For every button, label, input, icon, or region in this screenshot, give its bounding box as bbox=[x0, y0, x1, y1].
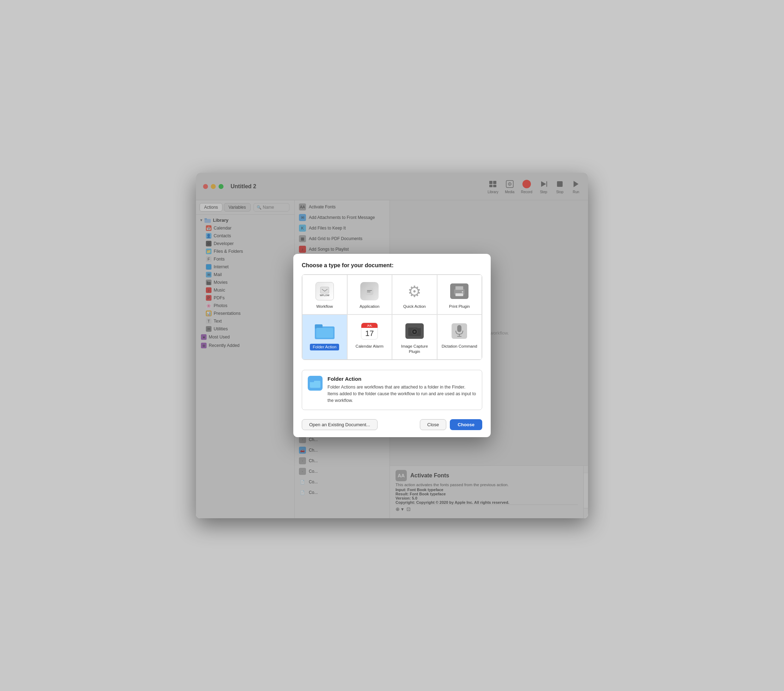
document-type-modal: Choose a type for your document: WFLOW bbox=[293, 254, 491, 437]
modal-item-image-capture[interactable]: Image Capture Plugin bbox=[392, 315, 437, 360]
modal-desc-text: Folder Actions are workflows that are at… bbox=[328, 384, 476, 404]
quick-action-label: Quick Action bbox=[403, 304, 426, 309]
modal-desc-title: Folder Action bbox=[328, 376, 476, 382]
calendar-alarm-label: Calendar Alarm bbox=[356, 344, 384, 349]
dictation-command-label: Dictation Command bbox=[442, 344, 477, 349]
print-plugin-label: Print Plugin bbox=[449, 304, 470, 309]
svg-rect-13 bbox=[320, 287, 329, 294]
open-existing-button[interactable]: Open an Existing Document... bbox=[302, 419, 377, 430]
application-type-icon bbox=[359, 281, 379, 301]
svg-point-27 bbox=[413, 331, 416, 333]
modal-type-grid: WFLOW Workflow bbox=[302, 274, 482, 360]
print-plugin-type-icon bbox=[450, 281, 469, 301]
svg-rect-16 bbox=[367, 292, 371, 292]
modal-footer: Open an Existing Document... Close Choos… bbox=[293, 414, 491, 437]
image-capture-label: Image Capture Plugin bbox=[396, 344, 433, 354]
main-window: Untitled 2 Library bbox=[196, 173, 588, 518]
svg-rect-29 bbox=[457, 325, 461, 332]
workflow-label: Workflow bbox=[316, 304, 333, 309]
application-label: Application bbox=[359, 304, 379, 309]
modal-top: Choose a type for your document: WFLOW bbox=[293, 254, 491, 366]
choose-button[interactable]: Choose bbox=[450, 419, 482, 430]
workflow-type-icon: WFLOW bbox=[315, 281, 334, 301]
svg-rect-28 bbox=[417, 326, 420, 328]
modal-description-box: Folder Action Folder Actions are workflo… bbox=[302, 370, 482, 410]
modal-item-calendar-alarm[interactable]: JUL 17 Calendar Alarm bbox=[347, 315, 392, 360]
modal-title: Choose a type for your document: bbox=[302, 262, 482, 269]
modal-item-application[interactable]: Application bbox=[347, 275, 392, 315]
svg-point-20 bbox=[462, 291, 463, 293]
modal-action-buttons: Close Choose bbox=[420, 419, 482, 430]
svg-rect-33 bbox=[310, 379, 314, 382]
modal-item-folder-action[interactable]: Folder Action bbox=[302, 315, 347, 360]
folder-action-desc-icon bbox=[308, 376, 323, 391]
close-modal-button[interactable]: Close bbox=[420, 419, 446, 430]
modal-item-workflow[interactable]: WFLOW Workflow bbox=[302, 275, 347, 315]
folder-action-type-icon bbox=[315, 321, 334, 341]
modal-item-quick-action[interactable]: ⚙ Quick Action bbox=[392, 275, 437, 315]
svg-rect-15 bbox=[367, 290, 372, 291]
svg-rect-23 bbox=[316, 328, 333, 338]
quick-action-type-icon: ⚙ bbox=[405, 281, 425, 301]
gear-large-icon: ⚙ bbox=[407, 282, 421, 300]
dictation-command-type-icon bbox=[450, 321, 469, 341]
image-capture-type-icon bbox=[405, 321, 425, 341]
modal-overlay: Choose a type for your document: WFLOW bbox=[196, 173, 588, 518]
folder-action-label: Folder Action bbox=[310, 344, 339, 350]
modal-item-dictation-command[interactable]: Dictation Command bbox=[437, 315, 482, 360]
svg-rect-14 bbox=[366, 287, 373, 295]
svg-rect-18 bbox=[455, 286, 463, 290]
modal-desc-content: Folder Action Folder Actions are workflo… bbox=[328, 376, 476, 404]
modal-item-print-plugin[interactable]: Print Plugin bbox=[437, 275, 482, 315]
calendar-alarm-type-icon: JUL 17 bbox=[359, 321, 379, 341]
svg-rect-19 bbox=[455, 294, 463, 296]
